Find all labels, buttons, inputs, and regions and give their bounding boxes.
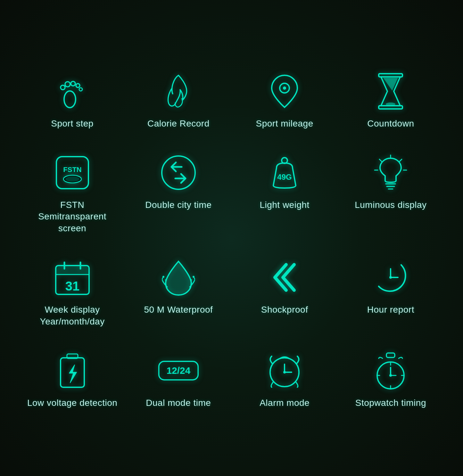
feature-calorie-record: Calorie Record — [125, 61, 231, 136]
feature-fstn: FSTN FSTN Semitransparent screen — [19, 142, 125, 241]
feature-countdown: Countdown — [338, 61, 444, 136]
feature-light-weight: 49G Light weight — [232, 142, 338, 241]
svg-point-55 — [389, 374, 392, 377]
bulb-icon — [370, 152, 411, 193]
svg-line-21 — [379, 159, 382, 161]
feature-week-display: 31 Week display Year/month/day — [19, 247, 125, 334]
waterproof-label: 50 M Waterproof — [144, 304, 213, 316]
svg-text:FSTN: FSTN — [63, 166, 81, 174]
low-voltage-label: Low voltage detection — [27, 397, 117, 409]
water-drop-icon — [158, 257, 199, 298]
luminous-display-label: Luminous display — [355, 199, 426, 211]
feature-sport-mileage: Sport mileage — [232, 61, 338, 136]
feature-low-voltage: Low voltage detection — [19, 340, 125, 415]
stopwatch-icon — [370, 350, 411, 391]
hour-report-label: Hour report — [367, 304, 414, 316]
clock-icon — [370, 257, 411, 298]
footprint-icon — [52, 70, 93, 112]
svg-point-34 — [193, 276, 194, 278]
location-pin-icon — [264, 70, 305, 112]
hourglass-icon — [370, 70, 411, 112]
svg-point-10 — [386, 103, 395, 106]
calendar-31-icon: 31 — [52, 257, 93, 298]
double-city-time-label: Double city time — [145, 199, 211, 211]
feature-alarm-mode: Alarm mode — [232, 340, 338, 415]
svg-rect-47 — [386, 353, 395, 357]
svg-point-5 — [79, 88, 82, 91]
dual-mode-time-label: Dual mode time — [146, 397, 211, 409]
feature-hour-report: Hour report — [338, 247, 444, 334]
svg-point-46 — [283, 371, 286, 373]
alarm-mode-label: Alarm mode — [260, 397, 310, 409]
feature-shockproof: Shockproof — [232, 247, 338, 334]
svg-point-7 — [283, 86, 286, 90]
calorie-record-label: Calorie Record — [147, 118, 210, 129]
svg-line-19 — [400, 159, 402, 161]
stopwatch-timing-label: Stopwatch timing — [355, 397, 426, 409]
feature-sport-step: Sport step — [19, 61, 125, 136]
alarm-clock-icon — [264, 350, 305, 391]
fstn-label: FSTN Semitransparent screen — [26, 199, 119, 234]
svg-point-33 — [165, 279, 166, 281]
svg-text:31: 31 — [65, 279, 79, 293]
feature-double-city-time: Double city time — [125, 142, 231, 241]
svg-point-32 — [162, 276, 164, 278]
svg-point-0 — [64, 91, 76, 108]
svg-point-14 — [65, 176, 79, 182]
sport-step-label: Sport step — [51, 118, 94, 129]
battery-lightning-icon — [52, 350, 93, 391]
feature-stopwatch: Stopwatch timing — [338, 340, 444, 415]
svg-text:49G: 49G — [277, 173, 292, 181]
sport-mileage-label: Sport mileage — [256, 118, 313, 129]
weight-49g-icon: 49G — [264, 152, 305, 193]
feature-waterproof: 50 M Waterproof — [125, 247, 231, 334]
svg-text:12/24: 12/24 — [167, 365, 191, 376]
features-grid: Sport step Calorie Record Sport mileage — [0, 48, 463, 428]
svg-point-4 — [76, 84, 80, 87]
svg-point-2 — [65, 82, 70, 87]
svg-point-15 — [162, 156, 195, 189]
svg-point-1 — [61, 85, 65, 90]
arrows-swap-icon — [158, 152, 199, 193]
week-display-label: Week display Year/month/day — [26, 304, 119, 327]
shockproof-label: Shockproof — [261, 304, 308, 316]
light-weight-label: Light weight — [260, 199, 309, 211]
svg-point-3 — [71, 81, 75, 86]
12-24-icon: 12/24 — [158, 350, 199, 391]
fstn-screen-icon: FSTN — [52, 152, 93, 193]
svg-point-35 — [191, 279, 192, 281]
feature-luminous-display: Luminous display — [338, 142, 444, 241]
flame-icon — [158, 70, 199, 112]
feature-dual-mode-time: 12/24 Dual mode time — [125, 340, 231, 415]
svg-point-38 — [389, 276, 392, 279]
svg-rect-27 — [56, 266, 89, 275]
countdown-label: Countdown — [367, 118, 414, 129]
double-chevron-icon — [264, 257, 305, 298]
